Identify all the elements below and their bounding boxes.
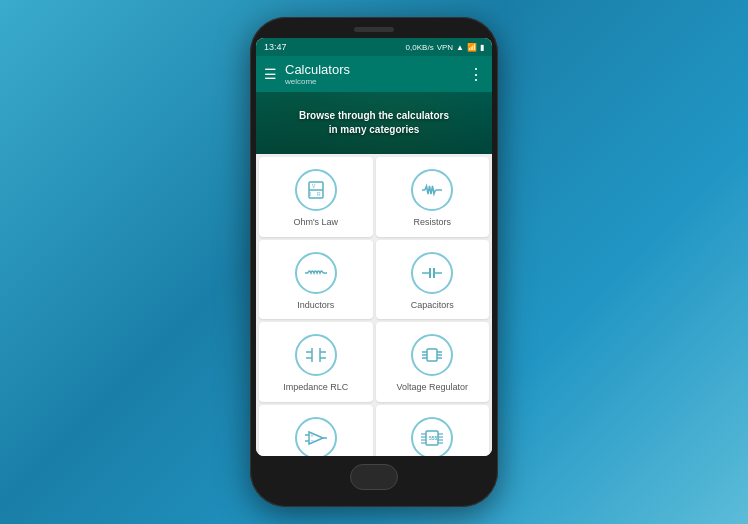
ic555-icon-circle: 555 bbox=[411, 417, 453, 456]
card-resistors[interactable]: Resistors bbox=[376, 157, 490, 237]
svg-rect-19 bbox=[427, 349, 437, 361]
wifi-icon: 📶 bbox=[467, 43, 477, 52]
vpn-icon: VPN bbox=[437, 43, 453, 52]
card-voltage-label: Voltage Regulator bbox=[396, 382, 468, 394]
status-right: 0,0KB/s VPN ▲ 📶 ▮ bbox=[406, 43, 484, 52]
card-resistors-label: Resistors bbox=[413, 217, 451, 229]
svg-text:I: I bbox=[310, 191, 311, 197]
card-ic555[interactable]: 555 IC 555 bbox=[376, 405, 490, 456]
capacitors-icon-circle bbox=[411, 252, 453, 294]
more-options-icon[interactable]: ⋮ bbox=[468, 65, 484, 84]
phone-outer: 13:47 0,0KB/s VPN ▲ 📶 ▮ ☰ Calculators we… bbox=[250, 17, 498, 507]
svg-text:−: − bbox=[310, 437, 314, 443]
status-bar: 13:47 0,0KB/s VPN ▲ 📶 ▮ bbox=[256, 38, 492, 56]
app-title: Calculators bbox=[285, 62, 468, 78]
card-op-amp[interactable]: + − Operational Amplifier bbox=[259, 405, 373, 456]
voltage-icon-circle bbox=[411, 334, 453, 376]
inductors-icon bbox=[303, 260, 329, 286]
card-capacitors-label: Capacitors bbox=[411, 300, 454, 312]
opamp-icon: + − bbox=[303, 425, 329, 451]
resistors-icon bbox=[419, 177, 445, 203]
card-ohms-law-label: Ohm's Law bbox=[293, 217, 338, 229]
inductors-icon-circle bbox=[295, 252, 337, 294]
capacitors-icon bbox=[419, 260, 445, 286]
impedance-icon-circle bbox=[295, 334, 337, 376]
svg-text:V: V bbox=[312, 183, 316, 189]
impedance-icon bbox=[303, 342, 329, 368]
app-title-section: Calculators welcome bbox=[285, 62, 468, 87]
status-time: 13:47 bbox=[264, 42, 287, 52]
calculator-grid: V I R Ohm's Law Resistors bbox=[256, 154, 492, 456]
app-bar: ☰ Calculators welcome ⋮ bbox=[256, 56, 492, 92]
resistors-icon-circle bbox=[411, 169, 453, 211]
hero-text: Browse through the calculators in many c… bbox=[299, 109, 449, 137]
phone-speaker bbox=[354, 27, 394, 32]
svg-text:555: 555 bbox=[429, 435, 438, 441]
hero-banner: Browse through the calculators in many c… bbox=[256, 92, 492, 154]
ohms-law-icon: V I R bbox=[303, 177, 329, 203]
card-capacitors[interactable]: Capacitors bbox=[376, 240, 490, 320]
svg-text:R: R bbox=[317, 191, 321, 197]
card-impedance-rlc[interactable]: Impedance RLC bbox=[259, 322, 373, 402]
network-speed: 0,0KB/s bbox=[406, 43, 434, 52]
ohms-law-icon-circle: V I R bbox=[295, 169, 337, 211]
battery-icon: ▮ bbox=[480, 43, 484, 52]
card-impedance-label: Impedance RLC bbox=[283, 382, 348, 394]
card-voltage-regulator[interactable]: Voltage Regulator bbox=[376, 322, 490, 402]
voltage-icon bbox=[419, 342, 445, 368]
signal-icon: ▲ bbox=[456, 43, 464, 52]
app-subtitle: welcome bbox=[285, 77, 468, 86]
card-inductors[interactable]: Inductors bbox=[259, 240, 373, 320]
phone-screen: 13:47 0,0KB/s VPN ▲ 📶 ▮ ☰ Calculators we… bbox=[256, 38, 492, 456]
card-inductors-label: Inductors bbox=[297, 300, 334, 312]
ic555-icon: 555 bbox=[419, 425, 445, 451]
card-ohms-law[interactable]: V I R Ohm's Law bbox=[259, 157, 373, 237]
opamp-icon-circle: + − bbox=[295, 417, 337, 456]
home-button[interactable] bbox=[350, 464, 398, 490]
hamburger-icon[interactable]: ☰ bbox=[264, 66, 277, 82]
